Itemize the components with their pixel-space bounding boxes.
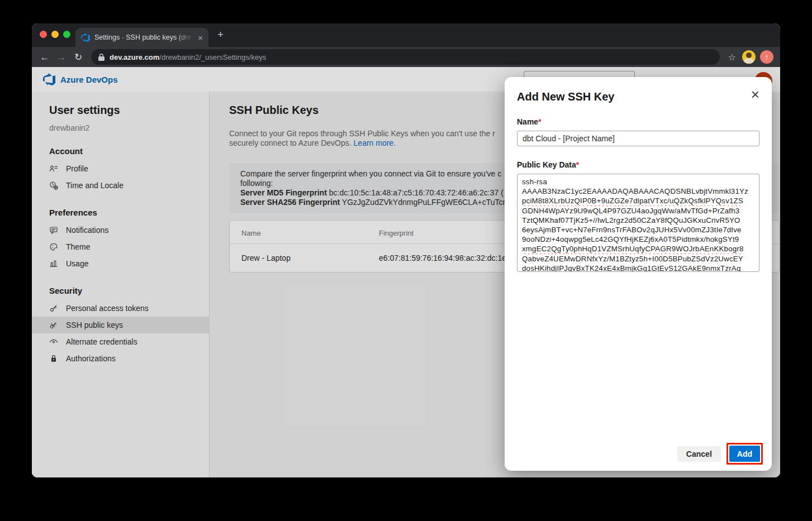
- azure-devops-favicon: [81, 33, 90, 42]
- name-input[interactable]: [517, 131, 759, 146]
- maximize-window-button[interactable]: [63, 31, 70, 38]
- address-bar[interactable]: dev.azure.com/drewbanin2/_usersSettings/…: [91, 49, 720, 65]
- back-icon[interactable]: ←: [36, 52, 53, 62]
- macos-traffic-lights: [40, 31, 70, 38]
- add-ssh-key-modal: Add New SSH Key × Name* Public Key Data*…: [505, 77, 772, 471]
- tab-close-icon[interactable]: ×: [198, 34, 203, 42]
- tab-title: Settings · SSH public keys (dre: [94, 34, 193, 41]
- modal-title: Add New SSH Key: [517, 90, 759, 103]
- public-key-field-label: Public Key Data*: [517, 160, 759, 169]
- browser-profile-avatar[interactable]: [742, 50, 756, 64]
- public-key-textarea[interactable]: ssh-rsa AAAAB3NzaC1yc2EAAAADAQABAAACAQDS…: [517, 174, 759, 272]
- browser-window: Settings · SSH public keys (dre × + ← → …: [32, 23, 780, 477]
- browser-tab[interactable]: Settings · SSH public keys (dre ×: [75, 28, 208, 47]
- name-field-label: Name*: [517, 117, 759, 126]
- add-button[interactable]: Add: [729, 446, 760, 462]
- url-text: dev.azure.com/drewbanin2/_usersSettings/…: [110, 53, 266, 61]
- browser-toolbar: ← → ↻ dev.azure.com/drewbanin2/_usersSet…: [32, 47, 780, 67]
- url-path: /drewbanin2/_usersSettings/keys: [159, 53, 266, 61]
- browser-tab-strip: Settings · SSH public keys (dre × +: [32, 23, 780, 47]
- modal-footer: Cancel Add: [677, 443, 763, 465]
- browser-update-button[interactable]: ↑: [760, 50, 773, 64]
- new-tab-button[interactable]: +: [217, 28, 224, 41]
- url-host: dev.azure.com: [110, 53, 159, 61]
- add-button-highlight-annotation: Add: [726, 443, 763, 465]
- modal-close-icon[interactable]: ×: [751, 87, 759, 102]
- cancel-button[interactable]: Cancel: [677, 446, 721, 462]
- close-window-button[interactable]: [40, 31, 47, 38]
- forward-icon[interactable]: →: [53, 52, 70, 62]
- reload-icon[interactable]: ↻: [70, 52, 87, 62]
- minimize-window-button[interactable]: [51, 31, 59, 38]
- bookmark-star-icon[interactable]: ☆: [724, 52, 740, 63]
- required-asterisk: *: [538, 117, 541, 126]
- lock-icon: [98, 54, 105, 61]
- required-asterisk: *: [576, 160, 579, 169]
